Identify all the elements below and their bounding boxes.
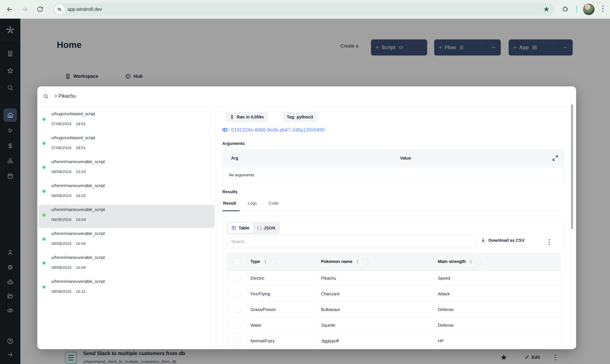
url-text: app.windmill.dev (68, 7, 543, 12)
sidebar-item-runs[interactable] (3, 124, 17, 137)
result-menu-icon[interactable] (549, 239, 550, 245)
active-tab-underline (222, 210, 240, 211)
cell-type: Normal/Fairy (250, 338, 275, 343)
avatar[interactable] (583, 3, 595, 15)
col-value: Value (400, 156, 411, 161)
modal-search-input[interactable] (54, 93, 245, 99)
column-pin-toggle[interactable] (271, 259, 276, 264)
column-pin-toggle[interactable] (363, 259, 368, 264)
sidebar-item-settings[interactable]: ⚙ (3, 260, 17, 274)
browser-toolbar: app.windmill.dev (0, 0, 610, 19)
duration-badge-label: Ran in 0,059s (237, 115, 264, 119)
col-pokemon-name: Pokemon name (321, 259, 352, 264)
result-card: Table { } JSON Download as CSV T (222, 217, 565, 349)
run-list-item[interactable]: u/henri/maneuverable_script 08/08/202416… (38, 253, 215, 276)
run-list-item[interactable]: u/henri/maneuverable_script 08/08/202416… (38, 181, 215, 204)
sidebar-item-home[interactable] (3, 108, 17, 122)
tag-badge: Tag: python3 (283, 112, 317, 122)
sort-icon[interactable] (469, 259, 474, 264)
view-toggle: Table { } JSON (227, 222, 280, 234)
run-date: 08/08/202416:11 (51, 289, 85, 294)
run-list-item[interactable]: u/hugo/unbiased_script 27/06/202418:51 (38, 133, 215, 156)
col-arg: Arg (231, 156, 238, 161)
sidebar-item-audit-logs[interactable] (3, 304, 17, 317)
row-checkbox[interactable] (234, 291, 241, 297)
tab-logs[interactable]: Logs (248, 201, 257, 206)
sidebar-item-folders[interactable] (3, 289, 17, 303)
tab-result[interactable]: Result (223, 201, 236, 206)
sidebar-item-variables[interactable]: $ (3, 139, 17, 153)
cell-name: Pikachu (321, 276, 336, 281)
id-link[interactable]: 0191324e-8068-9edb-ab47-2d8a13550490 (231, 127, 325, 133)
table-row[interactable]: Electric Pikachu Speed (227, 270, 560, 286)
forward-icon[interactable] (21, 6, 28, 13)
browser-menu-icon[interactable] (602, 5, 603, 12)
row-checkbox[interactable] (234, 338, 241, 344)
sidebar-item-schedules[interactable] (3, 169, 17, 183)
run-list-item[interactable]: u/henri/maneuverable_script 08/08/202416… (38, 276, 215, 300)
reload-icon[interactable] (37, 6, 44, 13)
toggle-json[interactable]: { } JSON (253, 223, 279, 233)
windmill-logo-icon[interactable] (3, 23, 17, 37)
cell-strength: HP (438, 338, 444, 343)
tab-code[interactable]: Code (269, 201, 279, 206)
extensions-puzzle-icon[interactable] (562, 6, 569, 13)
hourglass-icon (230, 114, 235, 119)
result-search-input[interactable] (227, 235, 477, 248)
sidebar-item-workspace[interactable] (3, 47, 17, 60)
row-checkbox[interactable] (234, 275, 241, 282)
toggle-table[interactable]: Table (228, 223, 253, 233)
table-row[interactable]: Water Squirtle Defense (227, 317, 560, 333)
table-row[interactable]: Normal/Fairy Jigglypuff HP (227, 333, 560, 349)
row-checkbox[interactable] (234, 322, 241, 329)
run-date: 27/06/202418:51 (51, 145, 86, 150)
cell-strength: Defense (438, 307, 454, 312)
bookmark-star-icon[interactable] (543, 6, 550, 13)
select-all-checkbox[interactable] (234, 259, 241, 265)
sidebar-item-workers[interactable] (3, 275, 17, 289)
cell-strength: Attack (438, 292, 450, 296)
cell-strength: Defense (438, 323, 454, 328)
cell-strength: Speed (438, 276, 450, 281)
search-icon (43, 93, 49, 99)
run-list-item[interactable]: u/henri/maneuverable_script 08/08/202415… (38, 157, 215, 180)
result-table-header: Type Pokemon name Main strength (227, 253, 560, 270)
modal-scrollbar[interactable] (571, 104, 573, 229)
tag-badge-label: Tag: python3 (287, 115, 313, 119)
download-csv-button[interactable]: Download as CSV (480, 237, 525, 243)
address-bar[interactable]: app.windmill.dev (53, 3, 555, 16)
success-dot-icon (42, 237, 46, 241)
row-checkbox[interactable] (234, 307, 241, 313)
run-list: u/hugo/unbiased_script 27/06/202418:51 u… (37, 106, 216, 349)
success-dot-icon (42, 118, 46, 121)
table-row[interactable]: Grass/Poison Bulbasaur Defense (227, 302, 560, 317)
download-csv-label: Download as CSV (488, 238, 525, 243)
results-title: Results (222, 189, 238, 194)
back-icon[interactable] (6, 6, 13, 13)
sort-icon[interactable] (355, 259, 360, 264)
sidebar-item-users[interactable] (3, 246, 17, 259)
success-dot-icon (42, 286, 46, 288)
no-arguments-text: No arguments (229, 173, 254, 177)
run-list-item[interactable]: u/henri/maneuverable_script 08/08/202416… (38, 229, 215, 252)
sort-icon[interactable] (263, 259, 268, 264)
run-list-item-selected[interactable]: u/henri/maneuverable_script 08/08/202416… (38, 205, 215, 228)
sidebar: $ ⚙ (0, 19, 20, 364)
cell-type: Fire/Flying (250, 292, 270, 296)
run-search-modal: u/hugo/unbiased_script 27/06/202418:51 u… (37, 86, 576, 349)
sidebar-item-resources[interactable] (3, 154, 17, 168)
table-row[interactable]: Fire/Flying Charizard Attack (227, 286, 560, 302)
run-list-item[interactable]: u/hugo/unbiased_script 27/06/202418:51 (38, 109, 215, 132)
expand-icon[interactable] (552, 155, 558, 161)
site-settings-icon[interactable] (54, 4, 65, 14)
run-date: 08/08/202415:53 (51, 169, 86, 174)
sidebar-item-help[interactable] (3, 334, 17, 348)
cell-name: Jigglypuff (321, 338, 339, 343)
download-icon (480, 237, 486, 243)
column-pin-toggle[interactable] (476, 259, 482, 264)
run-path: u/henri/maneuverable_script (51, 183, 105, 188)
braces-icon: { } (257, 226, 261, 231)
sidebar-item-search[interactable] (3, 81, 17, 94)
sidebar-item-favorites[interactable] (3, 64, 17, 78)
sidebar-collapse-arrow-icon[interactable] (3, 348, 17, 362)
